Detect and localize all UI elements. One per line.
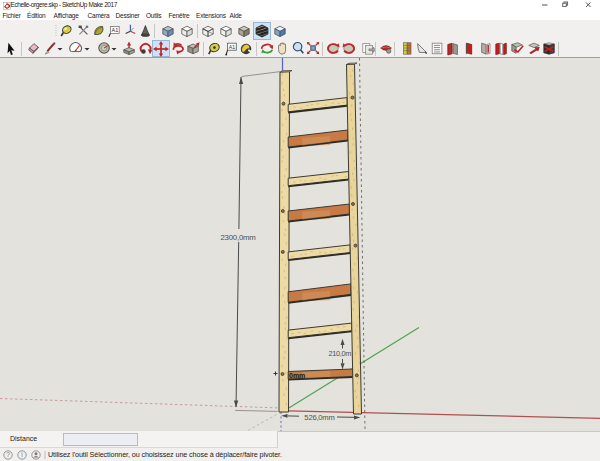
svg-text:526,0mm: 526,0mm bbox=[304, 413, 334, 422]
svg-text:210,0m: 210,0m bbox=[329, 349, 352, 358]
svg-text:A1: A1 bbox=[229, 44, 236, 50]
svg-text:i: i bbox=[21, 451, 22, 458]
svg-text:A1: A1 bbox=[111, 27, 118, 33]
svg-text:0mm: 0mm bbox=[289, 372, 305, 379]
svg-text:2300,0mm: 2300,0mm bbox=[220, 233, 255, 242]
svg-text:?: ? bbox=[6, 451, 10, 458]
